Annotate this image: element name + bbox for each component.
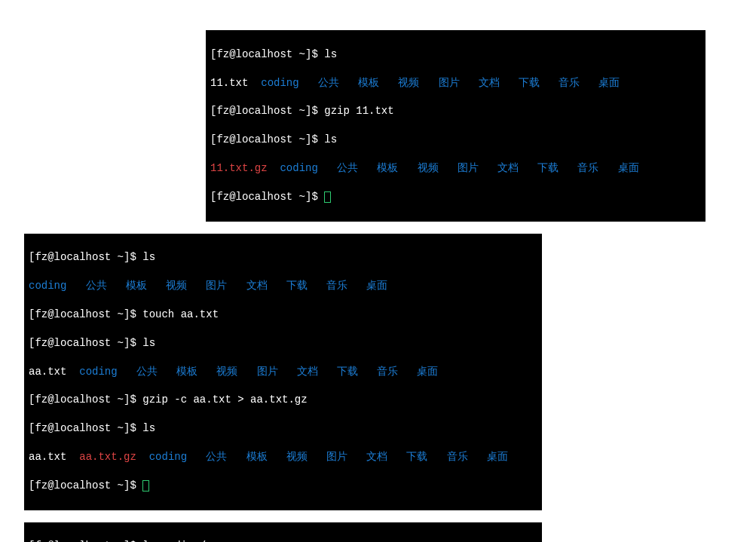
dir: 音乐	[447, 451, 468, 463]
dir: 文档	[297, 366, 318, 378]
command: ls	[324, 133, 337, 145]
dir: coding	[280, 162, 317, 174]
dir: coding	[29, 280, 66, 292]
prompt: [fz@localhost ~]$	[29, 308, 142, 320]
dir: coding	[149, 451, 187, 463]
terminal-block-3: [fz@localhost ~]$ ls coding/ a.txt compu…	[24, 522, 542, 543]
command: ls	[324, 48, 337, 60]
dir: 下载	[406, 451, 427, 463]
command: ls	[142, 251, 155, 263]
dir: 模板	[246, 451, 268, 463]
terminal-block-2: [fz@localhost ~]$ ls coding 公共 模板 视频 图片 …	[24, 234, 542, 510]
dir: 图片	[326, 451, 347, 463]
dir: 模板	[377, 162, 398, 174]
dir: 桌面	[598, 77, 620, 89]
dir: 音乐	[559, 77, 580, 89]
prompt: [fz@localhost ~]$	[29, 337, 142, 349]
terminal-line: [fz@localhost ~]$ gzip -c aa.txt > aa.tx…	[29, 393, 537, 407]
dir: coding	[79, 366, 117, 378]
dir: 下载	[286, 280, 308, 292]
command: gzip -c aa.txt > aa.txt.gz	[142, 393, 307, 406]
cursor-icon[interactable]	[142, 480, 149, 491]
dir: 文档	[497, 162, 519, 174]
dir: 下载	[519, 77, 540, 89]
command: gzip 11.txt	[324, 105, 393, 117]
file: aa.txt	[29, 451, 66, 463]
prompt: [fz@localhost ~]$	[210, 133, 324, 145]
terminal-line: aa.txt aa.txt.gz coding 公共 模板 视频 图片 文档 下…	[29, 450, 537, 464]
dir: 视频	[418, 162, 439, 174]
terminal-line: [fz@localhost ~]$ ls	[29, 250, 537, 265]
dir: 桌面	[618, 162, 639, 174]
prompt: [fz@localhost ~]$	[29, 393, 142, 406]
prompt: [fz@localhost ~]$	[29, 251, 142, 263]
terminal-line: coding 公共 模板 视频 图片 文档 下载 音乐 桌面	[29, 279, 537, 293]
dir: 视频	[286, 451, 308, 463]
dir: 视频	[216, 366, 237, 378]
terminal-line: [fz@localhost ~]$ ls	[29, 336, 537, 351]
terminal-line: 11.txt coding 公共 模板 视频 图片 文档 下载 音乐 桌面	[210, 76, 701, 90]
terminal-line: [fz@localhost ~]$	[210, 190, 701, 204]
command: ls	[142, 422, 155, 434]
dir: 桌面	[417, 366, 438, 378]
dir: 公共	[337, 162, 358, 174]
dir: 音乐	[577, 162, 598, 174]
terminal-line: 11.txt.gz coding 公共 模板 视频 图片 文档 下载 音乐 桌面	[210, 161, 701, 176]
file-gz: 11.txt.gz	[210, 162, 268, 174]
dir: 桌面	[487, 451, 508, 463]
dir: 图片	[257, 366, 278, 378]
file: 11.txt	[210, 77, 248, 89]
dir: coding	[261, 77, 298, 89]
command: touch aa.txt	[142, 308, 219, 320]
terminal-line: [fz@localhost ~]$ ls coding/	[29, 539, 537, 542]
dir: 文档	[366, 451, 387, 463]
dir: 桌面	[366, 280, 387, 292]
terminal-line: [fz@localhost ~]$ gzip 11.txt	[210, 104, 701, 118]
file-gz: aa.txt.gz	[79, 451, 136, 463]
dir: 下载	[537, 162, 559, 174]
dir: 公共	[318, 77, 339, 89]
dir: 音乐	[377, 366, 398, 378]
terminal-line: [fz@localhost ~]$ ls	[29, 421, 537, 436]
dir: 文档	[246, 280, 268, 292]
dir: 图片	[206, 280, 227, 292]
terminal-line: aa.txt coding 公共 模板 视频 图片 文档 下载 音乐 桌面	[29, 365, 537, 379]
dir: 公共	[136, 366, 158, 378]
dir: 视频	[398, 77, 419, 89]
dir: 音乐	[326, 280, 347, 292]
terminal-line: [fz@localhost ~]$ ls	[210, 47, 701, 62]
terminal-line: [fz@localhost ~]$ touch aa.txt	[29, 308, 537, 322]
dir: 文档	[479, 77, 500, 89]
prompt: [fz@localhost ~]$	[210, 48, 324, 60]
dir: 公共	[206, 451, 227, 463]
prompt: [fz@localhost ~]$	[210, 105, 324, 117]
terminal-block-1: [fz@localhost ~]$ ls 11.txt coding 公共 模板…	[206, 30, 705, 222]
cursor-icon[interactable]	[324, 191, 331, 203]
command: ls	[142, 337, 155, 349]
dir: 图片	[439, 77, 460, 89]
dir: 视频	[166, 280, 187, 292]
dir: 模板	[176, 366, 197, 378]
prompt: [fz@localhost ~]$	[29, 422, 142, 434]
terminal-line: [fz@localhost ~]$	[29, 479, 537, 493]
dir: 图片	[458, 162, 479, 174]
dir: 公共	[86, 280, 107, 292]
prompt: [fz@localhost ~]$	[29, 479, 142, 491]
file: aa.txt	[29, 366, 66, 378]
dir: 模板	[126, 280, 147, 292]
terminal-line: [fz@localhost ~]$ ls	[210, 133, 701, 147]
prompt: [fz@localhost ~]$	[210, 191, 324, 203]
dir: 下载	[337, 366, 358, 378]
dir: 模板	[358, 77, 379, 89]
